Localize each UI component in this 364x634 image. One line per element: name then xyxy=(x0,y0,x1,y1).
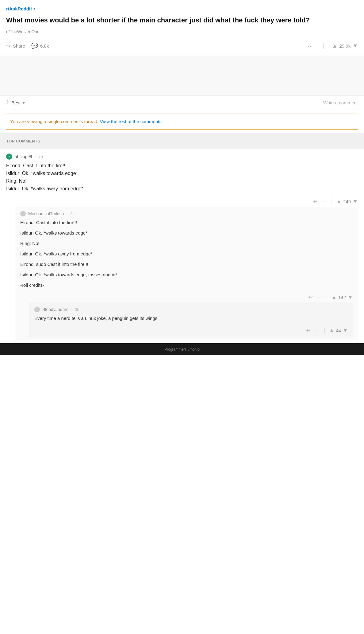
more-options-button[interactable]: ··· xyxy=(308,42,315,49)
comments-button[interactable]: 💬 6.8k xyxy=(31,42,49,49)
comment-vote-count: 249 xyxy=(343,199,351,204)
share-icon: ↪ xyxy=(6,42,11,49)
comment-header: ✓ abclop99 · 4h xyxy=(6,154,358,160)
reply-body: Elrond: Cast it into the fire!!!Isildur:… xyxy=(20,219,353,289)
comment-section: ✓ abclop99 · 4h Elrond: Cast it into the… xyxy=(0,149,364,343)
subreddit-link[interactable]: r/AskReddit xyxy=(6,6,32,11)
share-label: Share xyxy=(13,43,25,49)
view-rest-link[interactable]: View the rest of the comments xyxy=(100,119,161,124)
vote-count: 29.9k xyxy=(339,43,351,49)
footer-bar: ProgrammerHumor.io xyxy=(0,343,364,355)
ad-area xyxy=(0,56,364,95)
write-comment-label[interactable]: Write a comment xyxy=(323,100,358,105)
top-comments-label: TOP COMMENTS xyxy=(6,139,40,143)
comment-votes: ▲ 249 ▼ xyxy=(336,198,358,205)
subreddit-line: r/AskReddit xyxy=(6,6,358,11)
nested-vote-count: 44 xyxy=(336,328,341,333)
comment-footer: ↩ ··· | ▲ 249 ▼ xyxy=(6,196,358,207)
comment-author[interactable]: abclop99 xyxy=(15,154,32,159)
reply-author[interactable]: MechanicalTurkish xyxy=(28,211,64,216)
reply-comment: ✓ MechanicalTurkish · 3h Elrond: Cast it… xyxy=(15,207,358,340)
nested-reply-body: Every time a nerd tells a Linux joke, a … xyxy=(34,315,348,322)
comment-icon: 💬 xyxy=(31,42,38,49)
nested-reply-time: 3h xyxy=(75,307,79,312)
subreddit-dot xyxy=(34,8,35,10)
comment-downvote[interactable]: ▼ xyxy=(352,198,358,205)
downvote-button[interactable]: ▼ xyxy=(352,43,358,49)
reply-more-icon[interactable]: ··· xyxy=(316,294,322,300)
reply-header: ✓ MechanicalTurkish · 3h xyxy=(20,211,353,216)
post-actions: ↪ Share 💬 6.8k ··· | ▲ 29.9k ▼ xyxy=(6,39,358,53)
reply-verified-icon: ✓ xyxy=(20,211,26,216)
comment-time: 4h xyxy=(38,154,43,159)
comment-more-icon[interactable]: ··· xyxy=(321,199,327,204)
reply-footer: ↩ ··· | ▲ 142 ▼ xyxy=(20,292,353,302)
single-thread-notice: You are viewing a single comment's threa… xyxy=(5,114,359,130)
comment-count: 6.8k xyxy=(40,43,49,49)
footer-text: ProgrammerHumor.io xyxy=(164,347,200,352)
comment: ✓ abclop99 · 4h Elrond: Cast it into the… xyxy=(0,149,364,343)
reply-upvote[interactable]: ▲ xyxy=(331,294,337,301)
reply-reply-icon[interactable]: ↩ xyxy=(308,294,313,301)
reply-vote-count: 142 xyxy=(338,295,346,300)
nested-more-icon[interactable]: ··· xyxy=(314,328,320,333)
nested-downvote[interactable]: ▼ xyxy=(343,327,348,334)
nested-reply-header: ✓ BloodyJourno · 3h xyxy=(34,307,348,312)
reply-time: 3h xyxy=(70,212,75,216)
verified-icon: ✓ xyxy=(6,154,12,160)
comment-body: Elrond: Cast it into the fire!!!Isildur:… xyxy=(6,162,358,193)
nested-reply-icon[interactable]: ↩ xyxy=(306,327,311,334)
nested-verified-icon: ✓ xyxy=(34,307,40,312)
reply-icon[interactable]: ↩ xyxy=(313,198,318,205)
post-title: What movies would be a lot shorter if th… xyxy=(6,16,358,25)
vote-area: ▲ 29.9k ▼ xyxy=(332,43,358,49)
reply-downvote[interactable]: ▼ xyxy=(347,294,353,301)
sort-bar: ⤴ Best ▼ Write a comment xyxy=(0,95,364,110)
top-comments-bar: TOP COMMENTS xyxy=(0,133,364,149)
nested-upvote[interactable]: ▲ xyxy=(329,327,335,334)
nested-votes: ▲ 44 ▼ xyxy=(329,327,348,334)
sort-chevron-icon: ▼ xyxy=(22,100,26,105)
post-author[interactable]: u/TheWolvenOne xyxy=(6,29,358,34)
nested-reply: ✓ BloodyJourno · 3h Every time a nerd te… xyxy=(29,302,353,338)
share-button[interactable]: ↪ Share xyxy=(6,42,25,49)
upvote-button[interactable]: ▲ xyxy=(332,43,338,49)
nested-reply-author[interactable]: BloodyJourno xyxy=(42,307,69,312)
divider: | xyxy=(322,42,324,49)
single-thread-text: You are viewing a single comment's threa… xyxy=(10,119,98,124)
sort-icon: ⤴ xyxy=(6,99,9,106)
post-header: r/AskReddit What movies would be a lot s… xyxy=(0,0,364,56)
reply-votes: ▲ 142 ▼ xyxy=(331,294,353,301)
comment-upvote[interactable]: ▲ xyxy=(336,198,342,205)
nested-reply-footer: ↩ ··· | ▲ 44 ▼ xyxy=(34,325,348,336)
sort-label: Best xyxy=(11,100,21,105)
